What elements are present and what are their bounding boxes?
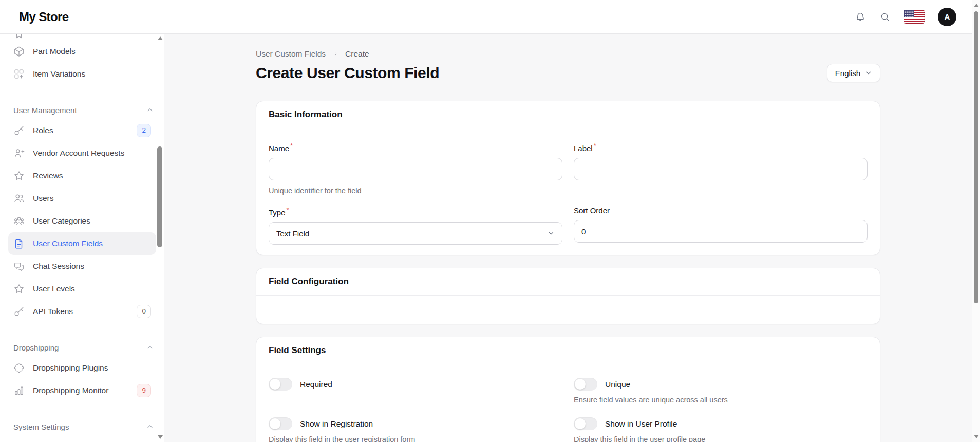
name-helper: Unique identifier for the field bbox=[269, 187, 562, 195]
puzzle-icon bbox=[13, 362, 25, 374]
bell-icon[interactable] bbox=[855, 11, 866, 23]
required-asterisk: * bbox=[594, 142, 596, 150]
basic-information-title: Basic Information bbox=[256, 101, 880, 128]
sidebar-item-dropshipping-monitor[interactable]: Dropshipping Monitor9 bbox=[8, 379, 156, 402]
sidebar-item-item-variations[interactable]: Item Variations bbox=[8, 63, 156, 85]
field-configuration-title: Field Configuration bbox=[256, 268, 880, 296]
name-input[interactable] bbox=[269, 158, 562, 180]
sidebar-item-reviews[interactable]: Reviews bbox=[8, 164, 156, 187]
sidebar-item-label: Users bbox=[33, 194, 53, 203]
chevron-down-icon bbox=[865, 69, 872, 77]
topbar: My Store A bbox=[0, 0, 972, 34]
key-icon bbox=[13, 125, 25, 136]
chevron-up-icon[interactable] bbox=[146, 106, 154, 114]
sidebar-item-label: Dropshipping Plugins bbox=[33, 363, 108, 373]
language-label: English bbox=[835, 69, 860, 78]
field-settings-title: Field Settings bbox=[256, 337, 880, 364]
users-icon bbox=[13, 193, 25, 204]
flag-canton bbox=[904, 10, 914, 17]
show-in-user-profile-toggle[interactable] bbox=[574, 417, 597, 430]
sort-order-input[interactable] bbox=[574, 220, 868, 243]
label-field: Label* bbox=[574, 142, 868, 195]
us-flag-icon[interactable] bbox=[904, 10, 925, 24]
field-configuration-card: Field Configuration bbox=[256, 268, 880, 324]
basic-information-body: Name* Unique identifier for the field La… bbox=[256, 128, 880, 255]
sidebar-item-user-custom-fields[interactable]: User Custom Fields bbox=[8, 232, 156, 255]
star-icon bbox=[13, 170, 25, 181]
avatar[interactable]: A bbox=[938, 8, 956, 26]
breadcrumb: User Custom FieldsCreate bbox=[256, 49, 880, 59]
sidebar-item-roles[interactable]: Roles2 bbox=[8, 119, 156, 142]
sidebar-item-users[interactable]: Users bbox=[8, 187, 156, 210]
main-content: User Custom FieldsCreate Create User Cus… bbox=[164, 34, 972, 442]
sort-order-field: Sort Order bbox=[574, 206, 868, 245]
cube-icon bbox=[13, 46, 25, 57]
chevron-up-icon[interactable] bbox=[146, 422, 154, 431]
sidebar-item-label: Vendor Account Requests bbox=[33, 149, 124, 158]
label-input[interactable] bbox=[574, 158, 868, 180]
sidebar-item-user-categories[interactable]: User Categories bbox=[8, 210, 156, 232]
unique-setting: UniqueEnsure field values are unique acr… bbox=[574, 378, 868, 404]
window-scrollbar-thumb[interactable] bbox=[974, 11, 978, 303]
topbar-actions: A bbox=[855, 8, 956, 26]
sidebar-section-title: Dropshipping bbox=[13, 343, 146, 352]
sidebar-item-dropshipping-plugins[interactable]: Dropshipping Plugins bbox=[8, 357, 156, 379]
breadcrumb-item-user-custom-fields[interactable]: User Custom Fields bbox=[256, 49, 326, 59]
sidebar-item-chat-sessions[interactable]: Chat Sessions bbox=[8, 255, 156, 278]
chevron-down-icon bbox=[548, 230, 555, 237]
sort-order-label: Sort Order bbox=[574, 206, 868, 215]
unique-toggle[interactable] bbox=[574, 378, 597, 391]
user-group-icon bbox=[13, 215, 25, 227]
toggle-label: Required bbox=[300, 380, 332, 389]
partial-sidebar-item bbox=[13, 34, 25, 40]
required-setting: Required bbox=[269, 378, 562, 404]
count-badge: 9 bbox=[137, 384, 151, 397]
count-badge: 0 bbox=[137, 305, 151, 318]
document-icon bbox=[13, 238, 25, 249]
toggle-label: Show in User Profile bbox=[605, 419, 677, 429]
sidebar-nav: Part ModelsItem VariationsUser Managemen… bbox=[0, 40, 164, 436]
toggle-helper: Display this field in the user registrat… bbox=[269, 435, 562, 442]
type-select[interactable]: Text Field bbox=[269, 222, 562, 245]
sidebar-item-label: Reviews bbox=[33, 171, 63, 180]
window-scrollbar[interactable] bbox=[972, 0, 980, 442]
sidebar-item-label: Dropshipping Monitor bbox=[33, 386, 108, 395]
sidebar-item-part-models[interactable]: Part Models bbox=[8, 40, 156, 63]
sidebar-item-vendor-account-requests[interactable]: Vendor Account Requests bbox=[8, 142, 156, 164]
sidebar-item-label: User Categories bbox=[33, 216, 90, 226]
type-field: Type* Text Field bbox=[269, 206, 562, 245]
page-title: Create User Custom Field bbox=[256, 64, 439, 82]
brand-logo[interactable]: My Store bbox=[19, 10, 69, 24]
chat-icon bbox=[13, 261, 25, 272]
sidebar-section-title: User Management bbox=[13, 106, 146, 115]
language-selector-button[interactable]: English bbox=[827, 64, 880, 82]
title-row: Create User Custom Field English bbox=[256, 64, 880, 82]
chevron-up-icon[interactable] bbox=[146, 343, 154, 352]
sidebar-scrollbar-thumb[interactable] bbox=[157, 146, 162, 247]
sidebar-section-title: System Settings bbox=[13, 422, 146, 431]
sidebar-scroll-up-button[interactable] bbox=[158, 36, 163, 40]
scroll-down-button[interactable] bbox=[974, 435, 979, 438]
required-asterisk: * bbox=[290, 142, 293, 150]
sidebar-scroll-down-button[interactable] bbox=[158, 435, 163, 439]
name-label: Name* bbox=[269, 142, 562, 153]
field-settings-card: Field Settings RequiredUniqueEnsure fiel… bbox=[256, 337, 880, 442]
sidebar-item-user-levels[interactable]: User Levels bbox=[8, 278, 156, 300]
user-plus-icon bbox=[13, 148, 25, 159]
required-toggle[interactable] bbox=[269, 378, 292, 391]
sidebar-item-label: User Custom Fields bbox=[33, 239, 103, 248]
show-in-registration-toggle[interactable] bbox=[269, 417, 292, 430]
scroll-up-button[interactable] bbox=[974, 4, 979, 7]
toggle-helper: Ensure field values are unique across al… bbox=[574, 396, 868, 404]
sidebar: Part ModelsItem VariationsUser Managemen… bbox=[0, 34, 164, 442]
count-badge: 2 bbox=[137, 124, 151, 137]
label-label: Label* bbox=[574, 142, 868, 153]
sidebar-item-api-tokens[interactable]: API Tokens0 bbox=[8, 300, 156, 323]
sidebar-section-system-settings: System Settings bbox=[0, 417, 164, 436]
name-field: Name* Unique identifier for the field bbox=[269, 142, 562, 195]
breadcrumb-item-create[interactable]: Create bbox=[345, 49, 369, 59]
search-icon[interactable] bbox=[879, 11, 891, 23]
toggle-label: Unique bbox=[605, 380, 630, 389]
field-settings-body: RequiredUniqueEnsure field values are un… bbox=[256, 364, 880, 442]
toggle-helper: Display this field in the user profile p… bbox=[574, 435, 868, 442]
